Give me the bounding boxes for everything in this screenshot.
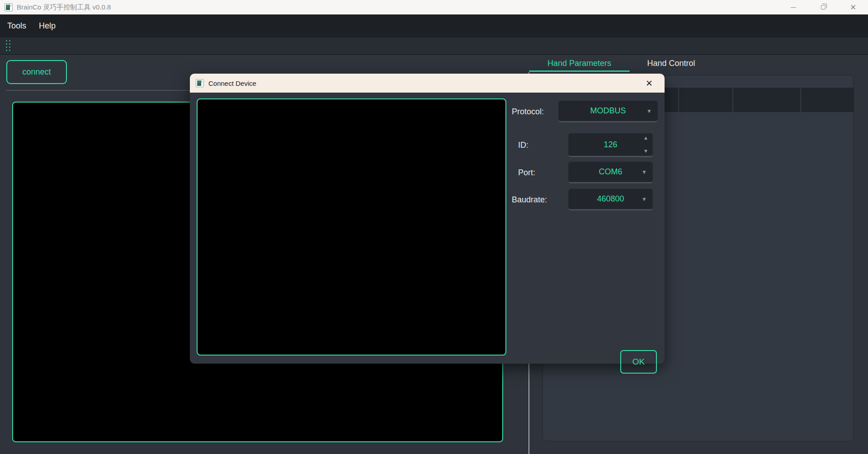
table-header-cell — [801, 88, 854, 112]
baudrate-label: Baudrate: — [512, 189, 547, 211]
table-header-cell — [733, 88, 800, 112]
chevron-down-icon: ▼ — [642, 162, 647, 182]
protocol-value: MODBUS — [558, 101, 658, 121]
id-label: ID: — [518, 133, 528, 157]
window-controls: ✕ — [778, 0, 868, 14]
menu-item-tools[interactable]: Tools — [1, 14, 33, 37]
dialog-body: Protocol: MODBUS ▼ ID: 126 ▲ ▼ Port: COM… — [190, 93, 665, 364]
table-header-cell — [679, 88, 732, 112]
chevron-down-icon: ▼ — [642, 189, 647, 209]
maximize-icon — [821, 5, 826, 9]
baudrate-dropdown[interactable]: 460800 ▼ — [568, 189, 653, 211]
window-title: BrainCo 灵巧手控制工具 v0.0.8 — [17, 3, 111, 12]
menu-item-help[interactable]: Help — [33, 14, 62, 37]
minimize-icon — [791, 7, 796, 8]
port-value: COM6 — [568, 162, 653, 182]
dialog-title: Connect Device — [208, 80, 256, 87]
dialog-app-icon — [196, 79, 204, 87]
active-tab-underline — [529, 70, 630, 72]
id-spinbox[interactable]: 126 ▲ ▼ — [568, 133, 653, 157]
dialog-close-icon: ✕ — [646, 78, 653, 89]
tab-hand-control[interactable]: Hand Control — [632, 55, 711, 72]
toolbar-grip-handle[interactable] — [5, 39, 11, 53]
tab-hand-parameters[interactable]: Hand Parameters — [529, 55, 630, 72]
menu-bar: Tools Help — [0, 14, 868, 37]
app-logo-icon — [5, 3, 13, 11]
app-window: BrainCo 灵巧手控制工具 v0.0.8 ✕ Tools Help conn… — [0, 0, 868, 454]
window-titlebar: BrainCo 灵巧手控制工具 v0.0.8 ✕ — [0, 0, 868, 14]
id-value: 126 — [568, 133, 653, 156]
close-icon: ✕ — [850, 4, 856, 11]
dialog-close-button[interactable]: ✕ — [639, 74, 659, 93]
connect-device-dialog: Connect Device ✕ Protocol: MODBUS ▼ ID: … — [190, 74, 665, 364]
close-button[interactable]: ✕ — [838, 0, 868, 14]
spin-up-icon[interactable]: ▲ — [643, 136, 648, 140]
id-spin-buttons: ▲ ▼ — [643, 133, 648, 156]
dialog-preview-canvas — [197, 98, 506, 356]
minimize-button[interactable] — [778, 0, 808, 14]
protocol-label: Protocol: — [512, 101, 544, 122]
maximize-button[interactable] — [808, 0, 838, 14]
dialog-titlebar: Connect Device ✕ — [190, 74, 665, 93]
port-label: Port: — [518, 162, 535, 183]
ok-button[interactable]: OK — [620, 350, 657, 374]
protocol-dropdown[interactable]: MODBUS ▼ — [558, 101, 658, 122]
spin-down-icon[interactable]: ▼ — [643, 149, 648, 154]
port-dropdown[interactable]: COM6 ▼ — [568, 162, 653, 183]
toolbar — [0, 37, 868, 55]
baudrate-value: 460800 — [568, 189, 653, 209]
connect-button[interactable]: connect — [6, 60, 67, 84]
chevron-down-icon: ▼ — [646, 101, 652, 121]
